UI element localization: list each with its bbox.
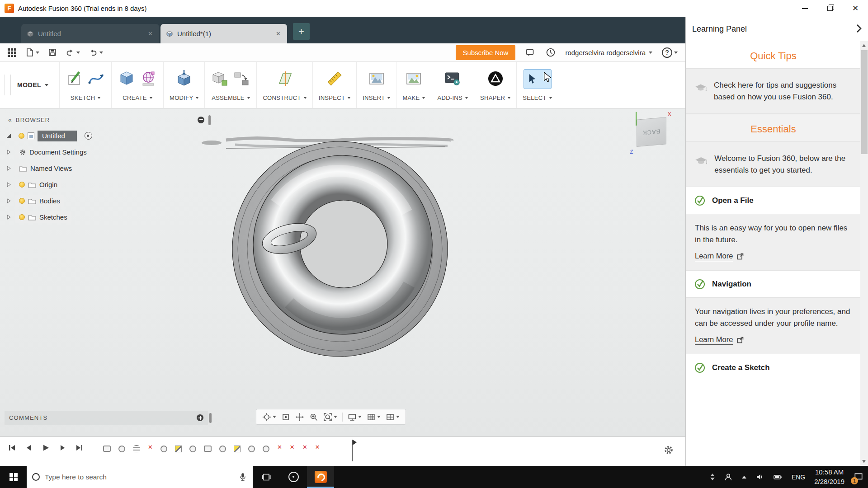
- language-indicator[interactable]: ENG: [787, 466, 810, 488]
- grid-snap-button[interactable]: [365, 411, 382, 423]
- addins-menu[interactable]: ADD-INS: [437, 94, 468, 101]
- action-center-button[interactable]: 1: [849, 466, 868, 488]
- collapse-panel-icon[interactable]: «: [8, 116, 12, 123]
- visibility-bulb-icon[interactable]: [19, 182, 25, 188]
- expanded-arrow-icon[interactable]: [6, 134, 11, 138]
- timeline-feature-xmark-icon[interactable]: ✕: [148, 444, 153, 450]
- modify-menu[interactable]: MODIFY: [170, 94, 198, 101]
- browser-root-row[interactable]: Untitled: [5, 128, 208, 143]
- play-button[interactable]: [42, 444, 50, 453]
- pan-button[interactable]: [293, 411, 306, 423]
- look-at-button[interactable]: [279, 411, 292, 423]
- collapse-all-icon[interactable]: [198, 117, 204, 123]
- select-menu[interactable]: SELECT: [523, 94, 552, 101]
- browser-row-named-views[interactable]: Named Views: [5, 161, 208, 176]
- collapsed-arrow-icon[interactable]: [6, 198, 11, 203]
- step-back-button[interactable]: [25, 444, 33, 453]
- zoom-button[interactable]: [307, 411, 320, 423]
- timeline-feature-xmark-icon[interactable]: ✕: [290, 444, 295, 450]
- press-pull-button[interactable]: [175, 70, 193, 89]
- sketch-menu[interactable]: SKETCH: [71, 94, 101, 101]
- model-viewport[interactable]: BACK X Z « BROWSER Untitled: [0, 108, 685, 436]
- user-account-menu[interactable]: rodgerselvira rodgerselvira: [565, 49, 652, 56]
- taskbar-clock[interactable]: 10:58 AM 2/28/2019: [810, 466, 849, 488]
- browser-row-document-settings[interactable]: Document Settings: [5, 145, 208, 160]
- insert-image-button[interactable]: [368, 70, 386, 89]
- step-forward-button[interactable]: [58, 444, 66, 453]
- learning-panel-scrollbar[interactable]: [860, 41, 868, 466]
- make-menu[interactable]: MAKE: [402, 94, 425, 101]
- select-tool-button[interactable]: [524, 69, 552, 89]
- browser-row-origin[interactable]: Origin: [5, 177, 208, 192]
- timeline-feature-sketch-icon[interactable]: [175, 446, 182, 452]
- joint-button[interactable]: [232, 70, 250, 89]
- help-menu-button[interactable]: ?: [660, 47, 679, 59]
- visibility-bulb-icon[interactable]: [19, 214, 25, 220]
- add-comment-icon[interactable]: [197, 414, 203, 421]
- timeline-feature-coil-icon[interactable]: [133, 445, 140, 452]
- timeline-feature-ring-icon[interactable]: [160, 446, 167, 452]
- show-hidden-icons-button[interactable]: [737, 466, 751, 488]
- taskbar-search[interactable]: [27, 466, 253, 488]
- start-button[interactable]: [0, 466, 27, 488]
- create-solid-button[interactable]: [118, 70, 136, 89]
- scripts-addins-button[interactable]: [443, 70, 462, 89]
- tray-scroll-buttons[interactable]: [706, 466, 719, 488]
- create-menu[interactable]: CREATE: [123, 94, 152, 101]
- redo-button[interactable]: [87, 47, 104, 58]
- collapse-learning-panel-button[interactable]: [856, 24, 862, 34]
- viewports-button[interactable]: [384, 411, 401, 423]
- make-button[interactable]: [405, 70, 423, 89]
- taskbar-app-recorder[interactable]: [280, 466, 307, 488]
- search-input[interactable]: [45, 473, 233, 481]
- browser-scrollbar[interactable]: [208, 115, 211, 125]
- workspace-selector[interactable]: MODEL: [11, 62, 59, 108]
- go-to-end-button[interactable]: [75, 444, 83, 453]
- timeline-feature-xmark-icon[interactable]: ✕: [277, 444, 282, 450]
- task-view-button[interactable]: [253, 466, 280, 488]
- new-tab-button[interactable]: +: [293, 23, 310, 40]
- measure-button[interactable]: [326, 70, 344, 89]
- create-form-button[interactable]: [139, 70, 157, 89]
- tab-close-icon[interactable]: ✕: [276, 30, 281, 37]
- collapsed-arrow-icon[interactable]: [6, 215, 11, 220]
- feedback-button[interactable]: [524, 47, 536, 58]
- scrollbar-thumb[interactable]: [861, 50, 868, 154]
- file-menu-button[interactable]: [24, 47, 41, 58]
- timeline-feature-xmark-icon[interactable]: ✕: [302, 444, 307, 450]
- shaper-utilities-button[interactable]: [486, 70, 505, 89]
- timeline-feature-ring-icon[interactable]: [248, 446, 255, 452]
- browser-header[interactable]: « BROWSER: [5, 114, 208, 126]
- timeline-feature-box-icon[interactable]: [204, 446, 212, 452]
- sketch-spline-button[interactable]: [87, 70, 105, 89]
- visibility-bulb-icon[interactable]: [19, 133, 24, 139]
- timeline-options-button[interactable]: [664, 445, 674, 456]
- visibility-bulb-icon[interactable]: [19, 198, 25, 204]
- construction-plane-button[interactable]: [276, 70, 294, 89]
- timeline-feature-xmark-icon[interactable]: ✕: [315, 444, 320, 450]
- orbit-button[interactable]: [260, 411, 278, 423]
- browser-row-sketches[interactable]: Sketches: [5, 210, 208, 225]
- create-sketch-button[interactable]: [66, 70, 84, 89]
- timeline-feature-ring-icon[interactable]: [189, 446, 196, 452]
- job-status-button[interactable]: [544, 47, 557, 58]
- comments-panel-bar[interactable]: COMMENTS: [5, 411, 208, 425]
- learn-more-link[interactable]: Learn More: [695, 252, 852, 261]
- restore-button[interactable]: [817, 0, 843, 17]
- root-node-label[interactable]: Untitled: [38, 131, 77, 141]
- inspect-menu[interactable]: INSPECT: [319, 94, 350, 101]
- assemble-menu[interactable]: ASSEMBLE: [212, 94, 250, 101]
- subscribe-now-button[interactable]: Subscribe Now: [456, 45, 516, 60]
- save-button[interactable]: [47, 47, 58, 58]
- timeline-feature-ring-icon[interactable]: [263, 446, 269, 452]
- browser-row-bodies[interactable]: Bodies: [5, 193, 208, 208]
- timeline-feature-ring-icon[interactable]: [219, 446, 226, 452]
- go-to-start-button[interactable]: [8, 444, 16, 453]
- insert-menu[interactable]: INSERT: [363, 94, 390, 101]
- timeline-feature-sketch-icon[interactable]: [234, 446, 241, 452]
- collapsed-arrow-icon[interactable]: [6, 166, 11, 171]
- app-grid-menu-button[interactable]: [6, 47, 18, 58]
- tab-close-icon[interactable]: ✕: [148, 30, 153, 37]
- people-button[interactable]: [719, 466, 737, 488]
- document-tab-untitled-1[interactable]: Untitled*(1) ✕: [160, 24, 287, 43]
